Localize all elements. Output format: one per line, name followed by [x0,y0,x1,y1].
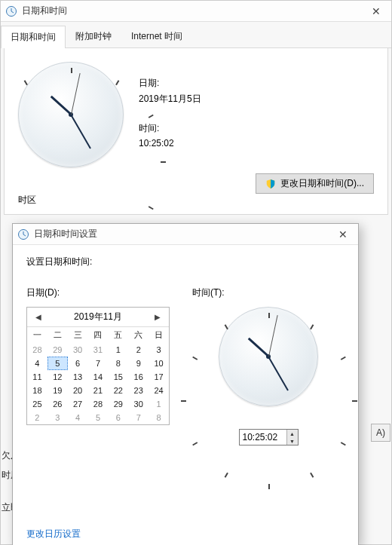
dialog-title: 日期和时间设置 [34,228,97,240]
clock-tick [225,473,228,478]
calendar-day[interactable]: 15 [108,370,128,384]
change-datetime-button[interactable]: 更改日期和时间(D)... [256,173,374,194]
calendar-day[interactable]: 14 [88,370,109,384]
tab-additional-clocks[interactable]: 附加时钟 [66,25,121,47]
tab-bar: 日期和时间 附加时钟 Internet 时间 [1,22,391,48]
clock-tick [161,161,166,163]
shield-icon [265,179,276,189]
datetime-settings-dialog: 日期和时间设置 ✕ 设置日期和时间: 日期(D): ◀ 2019年11月 ▶ 一… [12,223,359,545]
calendar-day[interactable]: 6 [108,411,128,424]
calendar-day[interactable]: 31 [88,343,109,357]
date-value: 2019年11月5日 [139,93,201,106]
calendar-day[interactable]: 8 [149,411,169,424]
calendar-day[interactable]: 28 [27,343,47,357]
calendar-dow: 五 [108,327,128,343]
calendar-day[interactable]: 22 [108,384,128,397]
clock-tick [310,473,314,478]
calendar-next-icon[interactable]: ▶ [152,312,163,323]
date-label: 日期: [139,77,201,90]
change-datetime-label: 更改日期和时间(D)... [280,177,364,190]
close-icon[interactable]: ✕ [366,4,387,19]
calendar-dow: 二 [47,327,68,343]
clock-tick [341,357,346,360]
calendar-day[interactable]: 29 [108,397,128,411]
calendar-day[interactable]: 27 [68,397,88,411]
timezone-section-label: 时区 [18,194,374,207]
calendar-dow: 一 [27,327,47,343]
clock-tick [268,313,270,318]
calendar-day[interactable]: 4 [68,411,88,424]
window-title: 日期和时间 [22,5,67,17]
close-icon[interactable]: ✕ [332,227,354,242]
clock-tick [24,80,28,85]
calendar-day[interactable]: 18 [27,384,47,397]
calendar-day[interactable]: 3 [149,343,169,357]
calendar-day[interactable]: 10 [149,357,169,370]
tab-datetime[interactable]: 日期和时间 [1,26,66,48]
calendar-day[interactable]: 1 [149,397,169,411]
calendar-day[interactable]: 29 [47,343,68,357]
analog-clock-main [18,62,124,167]
calendar-day[interactable]: 12 [47,370,68,384]
calendar-dow: 日 [149,327,169,343]
tab-internet-time[interactable]: Internet 时间 [121,25,192,47]
time-field-label: 时间(T): [192,286,225,299]
clock-tick [71,68,72,73]
calendar-day[interactable]: 30 [128,397,149,411]
calendar-day[interactable]: 16 [128,370,149,384]
calendar-day[interactable]: 6 [68,357,88,370]
clock-tick [115,80,119,85]
calendar-day[interactable]: 28 [88,397,109,411]
calendar-day[interactable]: 9 [128,357,149,370]
clock-tick [352,400,357,402]
calendar-day[interactable]: 26 [47,397,68,411]
change-calendar-link[interactable]: 更改日历设置 [26,528,81,540]
calendar-day[interactable]: 13 [68,370,88,384]
dialog-titlebar: 日期和时间设置 ✕ [13,224,358,245]
clock-tick [341,442,346,445]
clock-hour-hand [50,96,72,115]
calendar-day[interactable]: 7 [128,411,149,424]
clock-tick [268,484,270,489]
clock-minute-hand [70,115,91,149]
calendar-day-selected[interactable]: 5 [47,357,68,370]
calendar-day[interactable]: 11 [27,370,47,384]
time-value: 10:25:02 [139,138,201,148]
clock-tick [192,357,198,360]
calendar-day[interactable]: 19 [47,384,68,397]
date-field-label: 日期(D): [26,286,177,299]
apply-button-partial[interactable]: A) [371,424,390,442]
clock-minute-hand [268,357,289,391]
clock-tick [310,324,314,329]
calendar-day[interactable]: 2 [27,411,47,424]
tab-content: 日期: 2019年11月5日 时间: 10:25:02 更改日期和时间(D)..… [4,48,388,215]
calendar-day[interactable]: 30 [68,343,88,357]
calendar-day[interactable]: 25 [27,397,47,411]
time-spinner: ▲ ▼ [239,429,299,445]
calendar-day[interactable]: 24 [149,384,169,397]
calendar-day[interactable]: 17 [149,370,169,384]
calendar-header: ◀ 2019年11月 ▶ [27,308,169,327]
calendar-day[interactable]: 21 [88,384,109,397]
calendar-day[interactable]: 20 [68,384,88,397]
time-label: 时间: [139,122,201,135]
calendar-day[interactable]: 7 [88,357,109,370]
calendar-day[interactable]: 8 [108,357,128,370]
clock-tick [181,400,186,402]
calendar-day[interactable]: 4 [27,357,47,370]
calendar-day[interactable]: 2 [128,343,149,357]
clock-second-hand [71,73,81,115]
calendar-dow: 四 [88,327,109,343]
calendar-month-title[interactable]: 2019年11月 [44,311,152,323]
time-up-icon[interactable]: ▲ [287,430,298,437]
calendar-prev-icon[interactable]: ◀ [33,312,44,323]
clock-hour-hand [247,338,269,357]
calendar-day[interactable]: 1 [108,343,128,357]
time-down-icon[interactable]: ▼ [287,437,298,445]
calendar-day[interactable]: 5 [88,411,109,424]
time-input[interactable] [240,430,286,445]
calendar-day[interactable]: 23 [128,384,149,397]
set-datetime-label: 设置日期和时间: [26,256,345,268]
calendar-day[interactable]: 3 [47,411,68,424]
dialog-body: 设置日期和时间: 日期(D): ◀ 2019年11月 ▶ 一二三四五六日 282… [13,245,358,456]
